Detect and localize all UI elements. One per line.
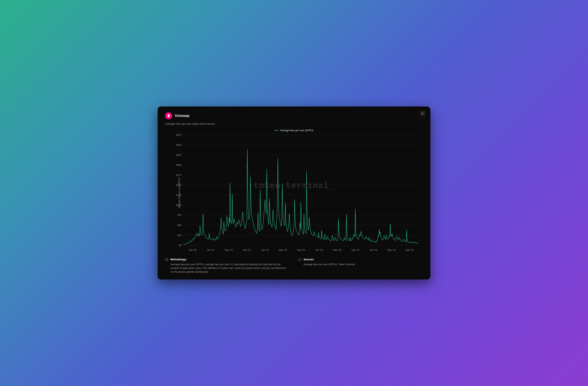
legend-label: Average fees per user (AFPU) [280, 129, 313, 132]
info-icon: i [298, 258, 301, 261]
line-chart: $0$25$50$75$100$125$150$175$200$225$250$… [165, 133, 423, 253]
svg-text:$75: $75 [177, 214, 181, 216]
svg-text:May '22: May '22 [279, 249, 287, 251]
svg-text:$275: $275 [176, 134, 181, 136]
panel-subtitle: Average fees per user (afpu) since launc… [165, 122, 423, 125]
svg-text:Jan '23: Jan '23 [315, 249, 323, 251]
svg-text:Sep '24: Sep '24 [406, 249, 414, 251]
legend-swatch-icon [274, 130, 278, 131]
sources-block: i Sources: Average fees per user (AFPU):… [298, 258, 423, 274]
close-button[interactable]: ✕ [420, 111, 425, 116]
panel-header: Uniswap [165, 112, 423, 119]
svg-text:Jan '22: Jan '22 [261, 249, 269, 251]
svg-text:$50: $50 [177, 224, 181, 226]
y-axis-label: Average fees per user (AFPU) [178, 178, 180, 208]
chart-area: Average fees per user (AFPU) token termi… [165, 133, 423, 253]
methodology-text: Average fees per user (AFPU): average fe… [170, 263, 286, 274]
svg-text:Jan '21: Jan '21 [207, 249, 214, 251]
clock-icon: ◷ [165, 258, 168, 261]
svg-text:$250: $250 [176, 144, 181, 146]
close-icon: ✕ [421, 112, 424, 115]
methodology-title: Methodology: [170, 258, 286, 261]
svg-text:Jan '24: Jan '24 [370, 249, 377, 251]
chart-legend: Average fees per user (AFPU) [165, 129, 423, 132]
uniswap-logo-icon [165, 112, 172, 119]
svg-text:$175: $175 [176, 174, 181, 176]
svg-text:May '23: May '23 [333, 249, 341, 251]
svg-text:$25: $25 [177, 234, 181, 236]
svg-text:Sep '21: Sep '21 [243, 249, 251, 251]
svg-text:$200: $200 [176, 164, 181, 166]
methodology-block: ◷ Methodology: Average fees per user (AF… [165, 258, 290, 274]
svg-text:$0: $0 [179, 244, 181, 247]
svg-text:May '24: May '24 [387, 249, 396, 251]
svg-text:May '21: May '21 [225, 249, 233, 251]
panel-title: Uniswap [175, 114, 189, 118]
svg-text:Sep '23: Sep '23 [351, 249, 359, 251]
svg-text:Sep '20: Sep '20 [189, 249, 196, 251]
sources-title: Sources: [303, 258, 355, 261]
svg-text:Sep '22: Sep '22 [297, 249, 305, 251]
chart-panel: ✕ Uniswap Average fees per user (afpu) s… [158, 107, 430, 279]
unicorn-icon [167, 114, 171, 118]
panel-footer: ◷ Methodology: Average fees per user (AF… [165, 258, 423, 274]
sources-text: Average fees per user (AFPU): Token Term… [303, 263, 355, 266]
svg-text:$225: $225 [176, 154, 181, 156]
